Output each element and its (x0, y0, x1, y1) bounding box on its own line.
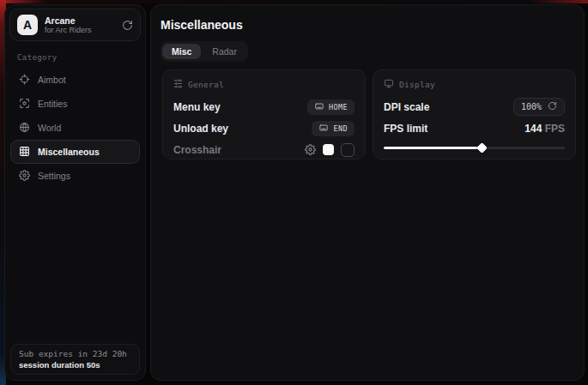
dpi-scale-value: 100% (521, 102, 542, 111)
fps-limit-value: 144 FPS (524, 123, 565, 135)
fps-limit-row: FPS limit 144 FPS (384, 118, 565, 138)
app-subtitle: for Arc Riders (45, 26, 115, 34)
crosshair-checkbox[interactable] (341, 143, 355, 157)
menu-keybind-value: HOME (329, 103, 348, 111)
page-title: Miscellaneous (161, 18, 243, 32)
sidebar-item-entities[interactable]: Entities (10, 92, 140, 116)
general-rows: Menu key HOME Unload key (173, 97, 355, 159)
gear-icon (19, 170, 30, 183)
crosshair-controls (305, 143, 355, 157)
tab-group: Misc Radar (161, 41, 248, 62)
sidebar-item-miscellaneous[interactable]: Miscellaneous (10, 140, 140, 164)
display-card: Display DPI scale 100% FPS limit (373, 69, 576, 159)
sidebar-item-label: Aimbot (38, 75, 66, 85)
profile-card: A Arcane for Arc Riders (9, 9, 141, 41)
sub-expiry-text: Sub expires in 23d 20h (19, 349, 131, 358)
dpi-scale-control[interactable]: 100% (513, 98, 565, 116)
monitor-icon (384, 79, 394, 90)
sidebar-item-world[interactable]: World (10, 116, 140, 140)
tab-radar[interactable]: Radar (203, 44, 246, 59)
general-card-title: General (188, 80, 224, 89)
background-top-edge (0, 0, 588, 3)
display-card-header: Display (384, 79, 565, 90)
unload-key-row: Unload key END (173, 118, 355, 138)
crosshair-label: Crosshair (173, 144, 221, 156)
tab-misc[interactable]: Misc (162, 44, 201, 59)
app-logo: A (17, 15, 38, 35)
sidebar-item-settings[interactable]: Settings (10, 164, 140, 188)
fps-limit-label: FPS limit (384, 123, 427, 135)
unload-keybind-value: END (333, 124, 348, 133)
screen: { "app": { "name": "Arcane", "subtitle":… (0, 0, 588, 385)
session-duration-text: session duration 50s (19, 360, 131, 370)
dpi-scale-label: DPI scale (384, 101, 429, 113)
fps-slider[interactable] (384, 143, 565, 152)
reset-icon[interactable] (548, 101, 557, 112)
sidebar-nav: Aimbot Entities World M (10, 68, 140, 188)
app-identity: Arcane for Arc Riders (45, 15, 115, 34)
unload-keybind-button[interactable]: END (312, 121, 355, 136)
cards-row: General Menu key HOME Unload key (162, 69, 576, 159)
fps-slider-thumb[interactable] (476, 142, 488, 153)
main-panel: Miscellaneous Misc Radar General Menu ke… (150, 4, 585, 381)
unload-key-label: Unload key (173, 123, 228, 135)
keyboard-icon (314, 102, 324, 112)
keyboard-icon (318, 123, 329, 134)
sidebar-item-label: World (38, 123, 61, 133)
fps-unit: FPS (545, 123, 565, 135)
menu-keybind-button[interactable]: HOME (307, 99, 355, 115)
fps-slider-fill (384, 147, 482, 149)
display-card-title: Display (399, 80, 435, 89)
fps-number: 144 (524, 123, 542, 135)
crosshair-icon (19, 74, 30, 87)
crosshair-color-swatch[interactable] (323, 144, 334, 155)
category-label: Category (17, 53, 58, 62)
crosshair-settings-gear-icon[interactable] (305, 144, 316, 155)
sidebar: A Arcane for Arc Riders Category Aimbot (4, 4, 146, 381)
sliders-icon (173, 79, 183, 90)
sidebar-item-label: Miscellaneous (38, 147, 100, 157)
menu-key-label: Menu key (173, 101, 221, 113)
crosshair-row: Crosshair (173, 140, 355, 159)
general-card: General Menu key HOME Unload key (162, 69, 366, 159)
dpi-scale-row: DPI scale 100% (384, 97, 565, 117)
scan-icon (19, 98, 30, 111)
general-card-header: General (173, 79, 355, 90)
sidebar-item-label: Entities (38, 99, 67, 109)
menu-key-row: Menu key HOME (173, 97, 355, 117)
sidebar-item-aimbot[interactable]: Aimbot (10, 68, 140, 92)
sidebar-item-label: Settings (38, 171, 70, 181)
subscription-card: Sub expires in 23d 20h session duration … (10, 344, 140, 375)
grid-icon (19, 146, 30, 159)
refresh-icon[interactable] (122, 20, 133, 31)
globe-icon (19, 122, 30, 135)
display-rows: DPI scale 100% FPS limit 144 FPS (384, 97, 565, 152)
app-name: Arcane (45, 15, 115, 26)
